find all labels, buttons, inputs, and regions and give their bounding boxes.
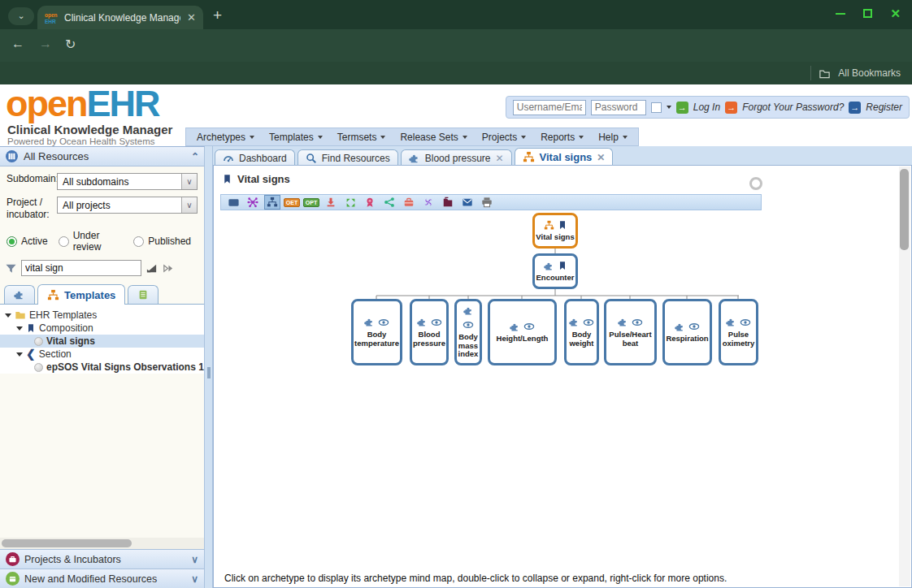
window-close-button[interactable]: ✕ <box>890 9 901 18</box>
forgot-arrow-icon[interactable]: → <box>725 102 737 114</box>
tab-close-icon[interactable]: ✕ <box>187 11 196 24</box>
subdomain-select[interactable]: All subdomains ∨ <box>57 173 198 190</box>
download-button[interactable] <box>324 196 338 209</box>
tree-item-vital-signs[interactable]: Vital signs <box>0 335 204 348</box>
radio-under-review[interactable] <box>59 236 69 247</box>
close-tab-icon[interactable]: ✕ <box>597 152 605 163</box>
toolbox-button[interactable] <box>402 196 416 209</box>
all-bookmarks-button[interactable]: All Bookmarks <box>838 67 901 79</box>
mindmap-view-button[interactable] <box>245 196 260 209</box>
orgchart-node-body-mass-index[interactable]: Body mass index <box>454 299 482 365</box>
eye-icon <box>583 317 594 328</box>
opt-download-button[interactable]: OPT <box>304 196 319 209</box>
project-select[interactable]: All projects ∨ <box>57 197 198 214</box>
window-minimize-button[interactable] <box>836 13 845 15</box>
scrollbar-thumb[interactable] <box>900 169 909 250</box>
tab-search-button[interactable]: ⌄ <box>8 7 34 25</box>
forgot-password-link[interactable]: Forgot Your Password? <box>742 102 844 113</box>
menu-projects[interactable]: Projects <box>475 132 533 143</box>
search-input[interactable] <box>21 260 141 276</box>
new-tab-button[interactable]: + <box>213 6 222 24</box>
tree-expand-icon[interactable] <box>16 352 23 357</box>
chevron-down-icon[interactable] <box>667 106 671 109</box>
chevron-down-icon <box>521 136 526 139</box>
archetype-puzzle-icon <box>675 322 685 332</box>
menu-archetypes[interactable]: Archetypes <box>189 132 262 143</box>
openehr-logo: openEHR <box>6 84 159 123</box>
tab-find-resources[interactable]: Find Resources <box>297 149 398 166</box>
refresh-spiral-button[interactable] <box>421 196 436 209</box>
collapse-all-button[interactable] <box>343 196 358 209</box>
tab-termsets[interactable] <box>128 285 159 304</box>
orgchart-node-pulse-heart-beat[interactable]: Pulse/Heart beat <box>604 299 657 365</box>
oet-download-button[interactable]: OET <box>284 196 299 209</box>
new-modified-panel[interactable]: New and Modified Resources ∨ <box>0 569 204 588</box>
menu-reports[interactable]: Reports <box>533 132 591 143</box>
template-bookmark-icon <box>222 174 232 184</box>
tab-dashboard[interactable]: Dashboard <box>215 149 295 166</box>
collapse-panel-icon[interactable]: ⌃ <box>191 151 199 162</box>
close-tab-icon[interactable]: ✕ <box>495 153 503 164</box>
orgchart-node-encounter[interactable]: Encounter <box>532 253 578 289</box>
tree-item-section[interactable]: ❮ Section <box>0 348 204 361</box>
tree-item-composition[interactable]: Composition <box>0 322 204 335</box>
remember-me-checkbox[interactable] <box>651 102 662 113</box>
tree-expand-icon[interactable] <box>16 326 23 331</box>
username-field[interactable] <box>513 100 586 115</box>
splitter-grip[interactable] <box>207 367 211 378</box>
menu-release-sets[interactable]: Release Sets <box>393 132 474 143</box>
tree-item-ehr-templates[interactable]: EHR Templates <box>0 309 204 322</box>
reload-button[interactable]: ↻ <box>65 37 76 52</box>
apply-filter-icon[interactable] <box>145 262 158 275</box>
radio-published[interactable] <box>133 236 144 247</box>
tree-item-epsos[interactable]: epSOS Vital Signs Observations 1.3.6.1 <box>0 361 204 374</box>
tree-expand-icon[interactable] <box>5 313 11 318</box>
orgchart-node-blood-pressure[interactable]: Blood pressure <box>410 299 449 365</box>
endorse-ribbon-button[interactable] <box>363 196 377 209</box>
email-button[interactable] <box>460 196 475 209</box>
radio-active[interactable] <box>7 236 17 247</box>
menu-help[interactable]: Help <box>591 132 635 143</box>
chevron-down-icon <box>623 136 628 139</box>
details-view-button[interactable] <box>226 196 241 209</box>
eye-icon <box>740 317 751 328</box>
all-resources-header[interactable]: All Resources ⌃ <box>0 147 204 166</box>
orgchart-node-height-length[interactable]: Height/Length <box>488 299 557 365</box>
orgchart-node-vital-signs[interactable]: Vital signs <box>532 213 578 249</box>
register-arrow-icon[interactable]: → <box>849 102 861 114</box>
orgchart-node-respiration[interactable]: Respiration <box>662 299 712 365</box>
orgchart-node-pulse-oximetry[interactable]: Pulse oximetry <box>719 299 758 365</box>
menu-templates[interactable]: Templates <box>262 132 330 143</box>
loading-spinner <box>749 177 762 190</box>
app-title: Clinical Knowledge Manager <box>7 123 172 136</box>
share-button[interactable] <box>382 196 397 209</box>
sidebar-splitter[interactable] <box>205 146 213 588</box>
archetype-puzzle-icon <box>569 317 580 327</box>
tab-blood-pressure[interactable]: Blood pressure ✕ <box>401 149 512 166</box>
forward-button[interactable]: → <box>39 37 52 51</box>
log-in-button[interactable]: Log In <box>693 102 720 113</box>
password-field[interactable] <box>591 100 646 115</box>
subdomain-label: Subdomain: <box>7 173 57 190</box>
tab-templates[interactable]: Templates <box>37 284 125 305</box>
tab-archetypes[interactable] <box>4 285 35 304</box>
expand-panel-icon[interactable]: ∨ <box>191 554 198 565</box>
archive-folder-button[interactable] <box>441 196 455 209</box>
projects-incubators-panel[interactable]: Projects & Incubators ∨ <box>0 549 204 569</box>
browser-tab[interactable]: openEHR Clinical Knowledge Manager ✕ <box>37 6 203 29</box>
orgchart-view-button[interactable] <box>265 196 280 209</box>
back-button[interactable]: ← <box>11 37 24 51</box>
orgchart-node-body-weight[interactable]: Body weight <box>564 299 599 365</box>
print-button[interactable] <box>480 196 494 209</box>
all-resources-icon <box>5 149 19 163</box>
site-header: openEHR Clinical Knowledge Manager Power… <box>0 84 912 146</box>
register-link[interactable]: Register <box>866 102 902 113</box>
expand-panel-icon[interactable]: ∨ <box>191 573 198 585</box>
tab-vital-signs[interactable]: Vital signs ✕ <box>515 148 614 166</box>
login-arrow-icon[interactable]: → <box>676 102 688 114</box>
scrollbar-thumb[interactable] <box>2 539 132 547</box>
menu-termsets[interactable]: Termsets <box>330 132 393 143</box>
find-next-icon[interactable] <box>162 262 174 275</box>
window-maximize-button[interactable] <box>863 9 872 18</box>
orgchart-node-body-temperature[interactable]: Body temperature <box>351 299 402 365</box>
